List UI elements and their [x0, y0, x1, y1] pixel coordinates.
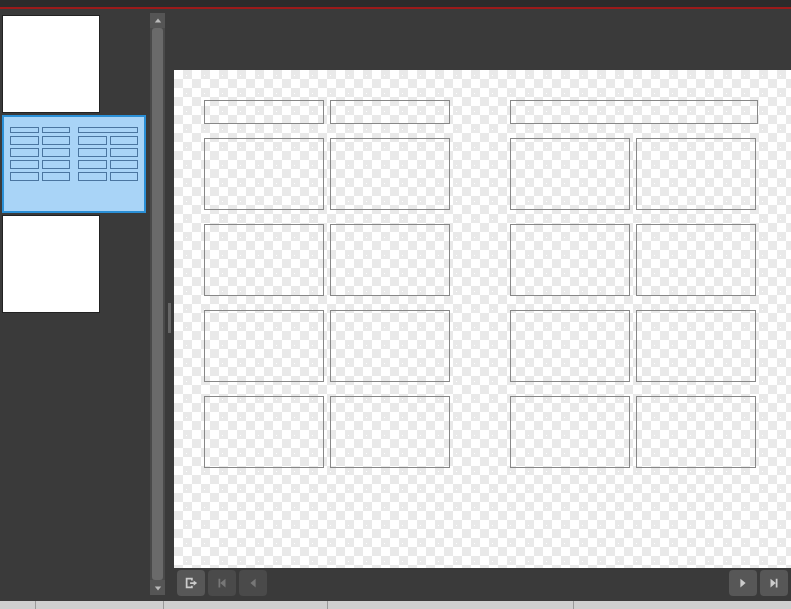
- table-left: [204, 100, 450, 568]
- table-cell: [204, 310, 324, 382]
- status-cell: [0, 601, 36, 609]
- table-cell: [510, 396, 630, 468]
- chevron-right-icon: [736, 576, 750, 590]
- status-cell: [164, 601, 328, 609]
- page-thumbnail-3[interactable]: [2, 215, 100, 313]
- scrollbar-track[interactable]: [150, 28, 165, 580]
- navigation-toolbar: [174, 568, 791, 598]
- scroll-down-button[interactable]: [150, 580, 165, 595]
- preview-canvas[interactable]: [174, 13, 791, 568]
- previous-page-button[interactable]: [239, 570, 267, 596]
- table-cell: [510, 138, 630, 210]
- chevron-down-icon: [154, 584, 162, 592]
- status-cell: [328, 601, 574, 609]
- table-cell: [330, 138, 450, 210]
- thumbnail-preview-table-right: [78, 127, 138, 201]
- table-cell: [330, 224, 450, 296]
- scroll-up-button[interactable]: [150, 13, 165, 28]
- last-page-button[interactable]: [760, 570, 788, 596]
- status-cell: [574, 601, 791, 609]
- table-cell: [330, 310, 450, 382]
- table-cell: [204, 100, 324, 124]
- first-page-button[interactable]: [208, 570, 236, 596]
- export-icon: [184, 576, 198, 590]
- page-content: [204, 100, 791, 568]
- table-cell: [636, 224, 756, 296]
- chevron-left-icon: [246, 576, 260, 590]
- table-cell: [330, 396, 450, 468]
- table-cell: [510, 310, 630, 382]
- status-cell: [36, 601, 164, 609]
- table-cell: [636, 138, 756, 210]
- table-cell: [204, 138, 324, 210]
- thumbnail-sidebar: [0, 13, 165, 595]
- page-thumbnail-2-selected[interactable]: [2, 115, 146, 213]
- sidebar-scrollbar: [150, 13, 165, 595]
- first-page-icon: [215, 576, 229, 590]
- table-cell: [636, 396, 756, 468]
- page-preview: [174, 70, 791, 568]
- scrollbar-thumb[interactable]: [152, 28, 163, 580]
- status-bar: [0, 601, 791, 609]
- canvas-ruler-area: [174, 13, 791, 70]
- thumbnail-preview-table-left: [10, 127, 70, 201]
- table-cell: [636, 310, 756, 382]
- page-thumbnail-1[interactable]: [2, 15, 100, 113]
- table-cell: [330, 100, 450, 124]
- title-bar-accent: [0, 0, 791, 9]
- sidebar-splitter[interactable]: [165, 13, 174, 595]
- next-page-button[interactable]: [729, 570, 757, 596]
- table-cell: [510, 100, 758, 124]
- splitter-grip-icon: [168, 303, 171, 333]
- table-cell: [204, 396, 324, 468]
- table-cell: [510, 224, 630, 296]
- chevron-up-icon: [154, 17, 162, 25]
- table-cell: [204, 224, 324, 296]
- export-button[interactable]: [177, 570, 205, 596]
- table-right: [510, 100, 758, 568]
- thumbnail-list: [0, 13, 150, 595]
- last-page-icon: [767, 576, 781, 590]
